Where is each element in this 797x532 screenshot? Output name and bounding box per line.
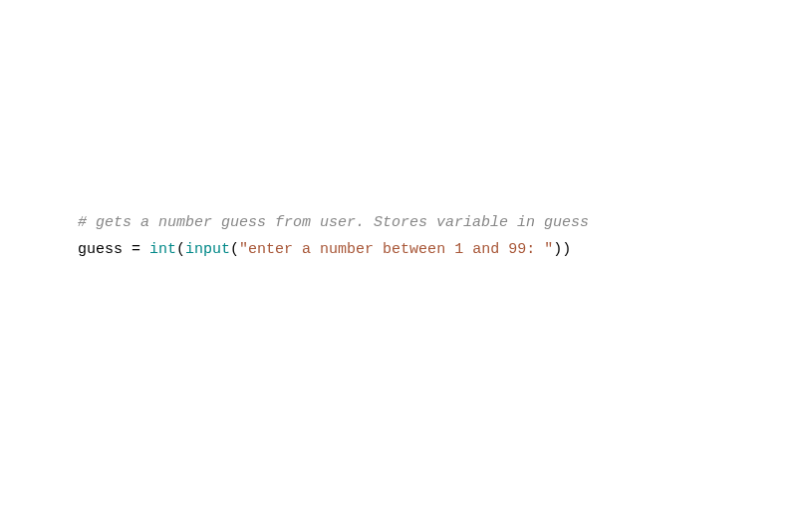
code-line-comment: # gets a number guess from user. Stores … [78,209,589,236]
code-line-assignment: guess = int(input("enter a number betwee… [78,236,589,263]
open-paren-2: ( [230,241,239,258]
input-function: input [185,241,230,258]
close-parens: )) [553,241,571,258]
variable-name: guess [78,241,132,258]
open-paren-1: ( [176,241,185,258]
comment-text: # gets a number guess from user. Stores … [78,214,589,231]
int-function: int [149,241,176,258]
equals-operator: = [132,241,149,258]
string-literal: "enter a number between 1 and 99: " [239,241,553,258]
code-snippet: # gets a number guess from user. Stores … [78,209,589,263]
